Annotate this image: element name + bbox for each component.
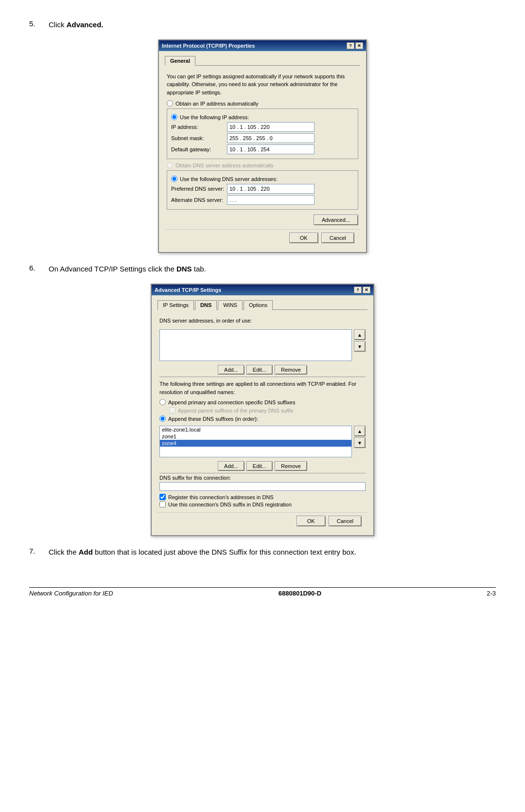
dns-up-button[interactable]: ▲ [354, 329, 366, 340]
checkbox-append-parent-row: Append parent suffixes of the primary DN… [169, 407, 366, 414]
dns-servers-list-box-container [159, 327, 352, 363]
step-6-bold: DNS [176, 265, 192, 273]
preferred-dns-label: Preferred DNS server: [171, 186, 227, 192]
step-5-number: 5. [29, 19, 49, 28]
dns-remove-button[interactable]: Remove [275, 365, 307, 375]
dns-down-button[interactable]: ▼ [354, 341, 366, 352]
adv-close-button[interactable]: ✕ [363, 287, 370, 293]
adv-dialog-body: IP Settings DNS WINS Options DNS server … [152, 295, 373, 536]
ip-dialog: Internet Protocol (TCP/IP) Properties ? … [158, 39, 367, 253]
step-7-post: button that is located just above the DN… [93, 548, 356, 556]
dns-arrow-buttons: ▲ ▼ [354, 329, 366, 352]
general-tab-content: You can get IP settings assigned automat… [165, 66, 360, 230]
suffix-edit-button[interactable]: Edit... [246, 461, 273, 471]
dns-suffix-label: DNS suffix for this connection: [159, 475, 247, 481]
ip-description: You can get IP settings assigned automat… [167, 72, 358, 97]
preferred-dns-input[interactable] [227, 184, 315, 194]
ip-address-input[interactable] [227, 122, 315, 132]
preferred-dns-row: Preferred DNS server: [171, 184, 354, 194]
adv-cancel-button[interactable]: Cancel [329, 516, 362, 526]
adv-dialog-wrapper: Advanced TCP/IP Settings ? ✕ IP Settings… [29, 284, 496, 537]
radio-manual-dns[interactable] [171, 176, 177, 182]
alternate-dns-input[interactable] [227, 195, 315, 205]
cancel-button[interactable]: Cancel [321, 233, 354, 243]
checkbox-register[interactable] [159, 494, 166, 500]
dns-suffix-input[interactable] [159, 482, 366, 491]
radio-auto-dns-group: Obtain DNS server address automatically [167, 162, 358, 168]
alternate-dns-label: Alternate DNS server: [171, 197, 227, 203]
adv-dialog-footer: OK Cancel [158, 512, 368, 530]
radio-append-these[interactable] [159, 415, 166, 422]
step-7: 7. Click the Add button that is located … [29, 547, 496, 558]
suffix-arrow-buttons: ▲ ▼ [354, 426, 366, 448]
radio-append-primary[interactable] [159, 399, 166, 405]
radio-append-primary-label: Append primary and connection specific D… [168, 399, 296, 405]
manual-ip-section: Use the following IP address: IP address… [167, 108, 358, 159]
suffix-item-3[interactable]: zone4 [160, 440, 351, 447]
tab-ip-settings[interactable]: IP Settings [158, 300, 194, 310]
radio-append-these-group: Append these DNS suffixes (in order): [159, 415, 366, 422]
adv-ok-button[interactable]: OK [297, 516, 326, 526]
ok-button[interactable]: OK [289, 233, 318, 243]
page-footer: Network Configuration for IED 6880801D90… [29, 587, 496, 597]
step-7-pre: Click the [49, 548, 79, 556]
tab-options[interactable]: Options [244, 300, 273, 310]
gateway-label: Default gateway: [171, 146, 227, 152]
checkbox-register-row: Register this connection's addresses in … [159, 494, 366, 500]
step-7-text: Click the Add button that is located jus… [49, 547, 356, 558]
dns-suffixes-list[interactable]: elite-zone1.local zone1 zone4 [159, 426, 352, 457]
suffix-item-1[interactable]: elite-zone1.local [160, 426, 351, 433]
alternate-dns-row: Alternate DNS server: [171, 195, 354, 205]
radio-auto-ip-label: Obtain an IP address automatically [175, 101, 258, 107]
dns-server-button-row: Add... Edit... Remove [159, 365, 366, 375]
auto-ip-section: Obtain an IP address automatically Use t… [167, 100, 358, 159]
checkbox-use-suffix-label: Use this connection's DNS suffix in DNS … [168, 502, 292, 507]
adv-help-button[interactable]: ? [354, 287, 362, 293]
suffix-remove-button[interactable]: Remove [275, 461, 307, 471]
subnet-mask-label: Subnet mask: [171, 135, 227, 141]
dns-servers-section: DNS server addresses, in order of use: ▲… [159, 317, 366, 375]
suffix-up-button[interactable]: ▲ [354, 426, 366, 436]
step-6-post: tab. [192, 265, 206, 273]
dns-tab-content: DNS server addresses, in order of use: ▲… [158, 310, 368, 513]
info-text: The following three settings are applied… [159, 380, 366, 396]
advanced-button[interactable]: Advanced... [314, 215, 358, 225]
step-5-pre: Click [49, 20, 67, 29]
tab-wins[interactable]: WINS [218, 300, 243, 310]
subnet-mask-row: Subnet mask: [171, 133, 354, 143]
checkbox-append-parent-label: Append parent suffixes of the primary DN… [178, 408, 293, 414]
suffix-item-2[interactable]: zone1 [160, 433, 351, 440]
titlebar-buttons: ? ✕ [347, 42, 363, 49]
help-button[interactable]: ? [347, 42, 354, 49]
radio-auto-ip[interactable] [167, 100, 173, 107]
ip-address-label: IP address: [171, 124, 227, 130]
dns-edit-button[interactable]: Edit... [246, 365, 273, 375]
suffix-add-button[interactable]: Add... [218, 461, 245, 471]
step-6-number: 6. [29, 264, 49, 272]
page-content: 5. Click Advanced. Internet Protocol (TC… [29, 19, 496, 597]
radio-manual-ip[interactable] [171, 114, 177, 120]
radio-manual-ip-label: Use the following IP address: [180, 114, 249, 120]
dns-add-button[interactable]: Add... [218, 365, 245, 375]
dns-servers-list-container: ▲ ▼ [159, 327, 366, 363]
suffix-button-row: Add... Edit... Remove [159, 461, 366, 471]
dns-section: Obtain DNS server address automatically … [167, 162, 358, 210]
subnet-mask-input[interactable] [227, 133, 315, 143]
radio-manual-dns-group: Use the following DNS server addresses: [171, 176, 354, 182]
checkbox-use-suffix-row: Use this connection's DNS suffix in DNS … [159, 501, 366, 507]
dns-suffix-row: DNS suffix for this connection: [159, 475, 366, 481]
gateway-input[interactable] [227, 144, 315, 154]
tab-general[interactable]: General [165, 56, 195, 66]
checkbox-use-suffix[interactable] [159, 501, 166, 507]
step-7-number: 7. [29, 547, 49, 555]
adv-tab-strip: IP Settings DNS WINS Options [158, 300, 368, 310]
step-6: 6. On Advanced TCP/IP Settings click the… [29, 264, 496, 275]
checkbox-register-label: Register this connection's addresses in … [168, 494, 274, 500]
radio-manual-ip-group: Use the following IP address: [171, 114, 354, 120]
tab-strip: General [165, 56, 360, 66]
close-button[interactable]: ✕ [355, 42, 363, 49]
dns-servers-list[interactable] [159, 329, 352, 361]
step-6-text: On Advanced TCP/IP Settings click the DN… [49, 264, 206, 275]
tab-dns[interactable]: DNS [195, 300, 217, 310]
suffix-down-button[interactable]: ▼ [354, 437, 366, 448]
